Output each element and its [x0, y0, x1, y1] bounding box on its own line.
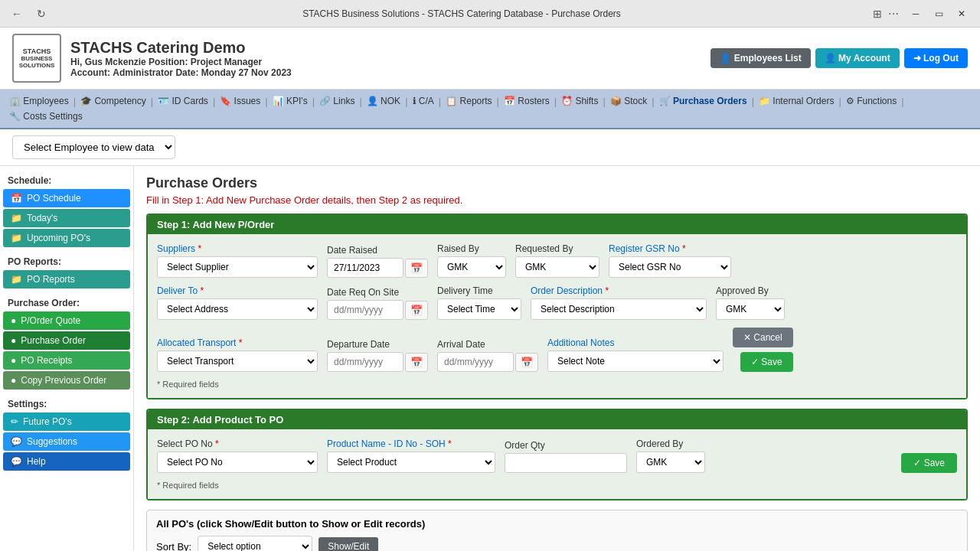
employees-list-button[interactable]: 👤 Employees List [710, 48, 810, 68]
step2-save-button[interactable]: ✓ Save [901, 453, 957, 473]
date-req-calendar-icon[interactable]: 📅 [405, 301, 428, 320]
alloc-transport-group: Allocated Transport * Select Transport [157, 337, 318, 372]
copy-previous-label: Copy Previous Order [21, 375, 106, 386]
raised-by-select[interactable]: GMK [437, 256, 506, 278]
nav-reports[interactable]: 📋 Reports [443, 94, 495, 108]
sidebar-item-copy-previous[interactable]: ● Copy Previous Order [3, 371, 130, 390]
account-label: Account: [70, 67, 110, 78]
menu-icon[interactable]: ⋯ [888, 8, 899, 20]
sidebar-item-po-schedule[interactable]: 📅 PO Schedule [3, 189, 130, 207]
step2-row1: Select PO No * Select PO No Product Name… [157, 439, 957, 473]
sidebar-item-suggestions[interactable]: 💬 Suggestions [3, 432, 130, 451]
departure-date-input[interactable] [327, 352, 403, 372]
employee-bar: Select Employee to view data [0, 129, 980, 166]
date-raised-input[interactable] [327, 258, 403, 278]
step2-req-note: * Required fields [157, 481, 957, 490]
additional-notes-link[interactable]: Additional Notes [547, 337, 614, 348]
nav-shifts[interactable]: ⏰ Shifts [558, 94, 601, 108]
order-desc-link[interactable]: Order Description [531, 285, 603, 296]
logout-button[interactable]: ➜ Log Out [904, 48, 968, 68]
close-button[interactable]: ✕ [951, 6, 972, 21]
all-pos-title: All PO's (click Show/Edit button to Show… [156, 518, 958, 530]
register-gsr-label: Register GSR No * [609, 243, 731, 254]
register-gsr-group: Register GSR No * Select GSR No [609, 243, 731, 278]
sidebar-item-upcoming-pos[interactable]: 📁 Upcoming PO's [3, 229, 130, 247]
nav-rosters[interactable]: 📅 Rosters [501, 94, 553, 108]
product-name-select[interactable]: Select Product [327, 452, 495, 473]
sidebar-item-todays[interactable]: 📁 Today's [3, 209, 130, 227]
nav-kpis[interactable]: 📊 KPI's [270, 94, 311, 108]
delivery-time-select[interactable]: Select Time [437, 298, 521, 320]
nav-bar: 🏢 Employees | 🎓 Competency | 🪪 ID Cards … [0, 90, 980, 129]
nav-employees[interactable]: 🏢 Employees [6, 94, 72, 108]
sort-by-select[interactable]: Select option Date Supplier Status [198, 536, 312, 551]
sidebar-item-help[interactable]: 💬 Help [3, 452, 130, 471]
select-po-select[interactable]: Select PO No [157, 452, 318, 473]
approved-by-select[interactable]: GMK [716, 298, 785, 320]
order-qty-input[interactable] [505, 453, 627, 473]
date-raised-calendar-icon[interactable]: 📅 [405, 259, 428, 278]
sidebar-item-po-receipts[interactable]: ● PO Receipts [3, 351, 130, 370]
nav-nok[interactable]: 👤 NOK [364, 94, 403, 108]
app-info: STACHS Catering Demo Hi, Gus Mckenzie Po… [70, 39, 292, 78]
select-po-group: Select PO No * Select PO No [157, 439, 318, 473]
date-req-group: Date Req On Site 📅 [327, 287, 428, 320]
nav-competency[interactable]: 🎓 Competency [77, 94, 149, 108]
deliver-to-link[interactable]: Deliver To [157, 285, 198, 296]
sidebar-item-purchase-order[interactable]: ● Purchase Order [3, 331, 130, 350]
future-pos-label: Future PO's [23, 416, 72, 427]
alloc-transport-select[interactable]: Select Transport [157, 350, 318, 372]
sidebar-item-po-reports[interactable]: 📁 PO Reports [3, 270, 130, 289]
date-raised-label: Date Raised [327, 245, 428, 256]
sort-row: Sort By: Select option Date Supplier Sta… [156, 536, 958, 551]
instruction-text: Fill in Step 1: Add New Purchase Order d… [146, 194, 968, 206]
requested-by-select[interactable]: GMK [515, 256, 599, 278]
sidebar-item-porder-quote[interactable]: ● P/Order Quote [3, 311, 130, 330]
po-reports-label: PO Reports [27, 274, 75, 285]
nav-id-cards[interactable]: 🪪 ID Cards [155, 94, 211, 108]
maximize-button[interactable]: ▭ [928, 6, 949, 21]
departure-date-calendar-icon[interactable]: 📅 [405, 353, 428, 372]
arrival-date-calendar-icon[interactable]: 📅 [515, 353, 538, 372]
back-button[interactable]: ← [8, 5, 26, 23]
deliver-to-select[interactable]: Select Address [157, 298, 318, 320]
order-desc-select[interactable]: Select Description [531, 298, 707, 320]
nav-issues[interactable]: 🔖 Issues [217, 94, 263, 108]
suppliers-select[interactable]: Select Supplier [157, 256, 318, 278]
cancel-button[interactable]: ✕ Cancel [733, 328, 793, 347]
user-info: Hi, Gus Mckenzie Position: Project Manag… [70, 57, 292, 67]
ordered-by-select[interactable]: GMK [636, 452, 705, 473]
nav-functions[interactable]: ⚙ Functions [843, 94, 900, 108]
minimize-button[interactable]: ─ [905, 6, 926, 21]
purchase-order-icon: ● [11, 335, 16, 346]
order-qty-group: Order Qty [505, 440, 627, 473]
employee-select[interactable]: Select Employee to view data [12, 135, 175, 159]
sidebar-item-future-pos[interactable]: ✏ Future PO's [3, 412, 130, 431]
show-edit-button[interactable]: Show/Edit [318, 537, 378, 551]
nav-costs-settings[interactable]: 🔧 Costs Settings [6, 109, 86, 123]
purchase-order-label: Purchase Order: [0, 295, 133, 310]
date-req-input[interactable] [327, 300, 403, 320]
my-account-button[interactable]: 👤 My Account [815, 48, 900, 68]
sort-by-label: Sort By: [156, 541, 191, 552]
register-gsr-link[interactable]: Register GSR No [609, 243, 680, 254]
product-name-link[interactable]: Product Name - ID No - SOH [327, 439, 446, 449]
nav-purchase-orders[interactable]: 🛒 Purchase Orders [656, 94, 750, 108]
extensions-icon[interactable]: ⊞ [873, 8, 882, 20]
arrival-date-input[interactable] [437, 352, 514, 372]
todays-icon: 📁 [11, 213, 22, 223]
alloc-transport-link[interactable]: Allocated Transport [157, 337, 236, 348]
register-gsr-select[interactable]: Select GSR No [609, 256, 731, 278]
refresh-button[interactable]: ↻ [32, 5, 51, 23]
nav-internal-orders[interactable]: 📁 Internal Orders [756, 94, 837, 108]
nav-links[interactable]: 🔗 Links [316, 94, 358, 108]
nav-stock[interactable]: 📦 Stock [607, 94, 650, 108]
suppliers-link[interactable]: Suppliers [157, 243, 195, 254]
all-pos-section: All PO's (click Show/Edit button to Show… [146, 510, 968, 551]
additional-notes-select[interactable]: Select Note [547, 350, 724, 372]
step1-body: Suppliers * Select Supplier Date Raised … [148, 234, 966, 398]
deliver-to-label: Deliver To * [157, 285, 318, 296]
select-po-label: Select PO No * [157, 439, 318, 449]
nav-ca[interactable]: ℹ C/A [410, 94, 437, 108]
save-button[interactable]: ✓ Save [740, 352, 793, 372]
